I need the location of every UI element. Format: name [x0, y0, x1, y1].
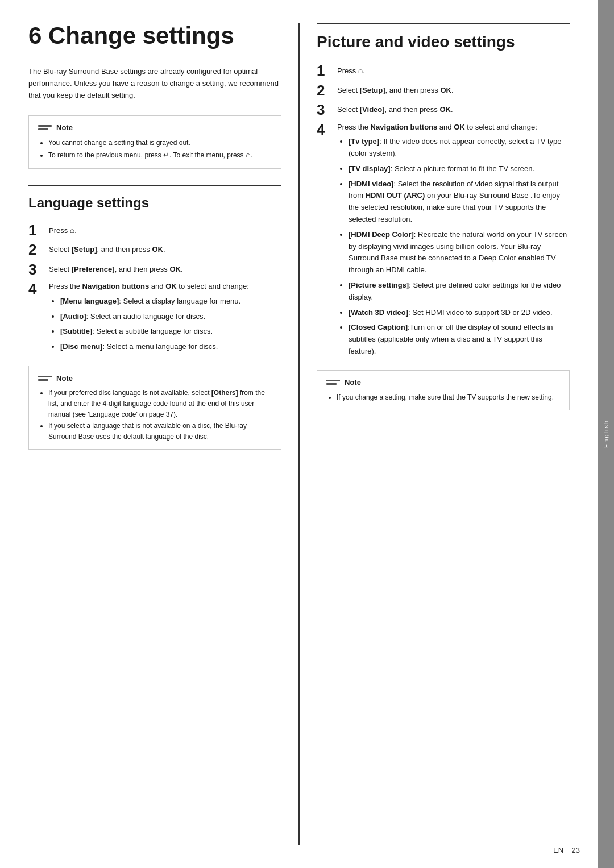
pv-step-3: 3 Select [Video], and then press OK. — [317, 102, 570, 118]
sub-item-picture-settings: [Picture settings]: Select pre defined c… — [349, 280, 570, 304]
sub-item-menu-language: [Menu language]: Select a display langua… — [60, 296, 249, 308]
note-icon-line — [38, 379, 48, 381]
step-number-2: 2 — [28, 242, 49, 258]
sub-item-disc-menu: [Disc menu]: Select a menu language for … — [60, 341, 249, 353]
pv-step-text-3: Select [Video], and then press OK. — [337, 102, 570, 115]
note-header-right: Note — [326, 377, 560, 388]
chapter-number: 6 — [28, 22, 42, 49]
note-item: You cannot change a setting that is gray… — [48, 138, 272, 148]
note-label-2: Note — [56, 374, 73, 383]
sub-item-tv-type: [Tv type]: If the video does not appear … — [349, 136, 570, 160]
step-4: 4 Press the Navigation buttons and OK to… — [28, 281, 281, 356]
note-icon-1 — [38, 123, 52, 133]
step-text-1: Press ⌂. — [49, 222, 281, 236]
note-item: If you select a language that is not ava… — [48, 421, 272, 442]
chapter-heading: 6 Change settings — [28, 23, 281, 49]
note-icon-line — [38, 376, 52, 377]
step-text-2: Select [Setup], and then press OK. — [49, 242, 281, 255]
pv-step-number-3: 3 — [317, 102, 337, 118]
sub-item-closed-caption: [Closed Caption]:Turn on or off the disp… — [349, 322, 570, 357]
picture-steps: 1 Press ⌂. 2 Select [Setup], and then pr… — [317, 63, 570, 361]
pv-step-number-1: 1 — [317, 63, 337, 79]
step-number-1: 1 — [28, 222, 49, 239]
footer-en: EN — [553, 846, 563, 854]
note-box-2: Note If your preferred disc language is … — [28, 366, 281, 450]
sub-item-hdmi-video: [HDMI video]: Select the resolution of v… — [349, 178, 570, 226]
note-icon-right — [326, 377, 340, 388]
side-tab-label: English — [603, 420, 609, 448]
note-box-right: Note If you change a setting, make sure … — [317, 370, 570, 410]
step-number-4: 4 — [28, 281, 49, 297]
note-label-right: Note — [345, 378, 361, 387]
pv-step-1: 1 Press ⌂. — [317, 63, 570, 79]
sub-item-audio: [Audio]: Select an audio language for di… — [60, 311, 249, 323]
sub-item-hdmi-deep-color: [HDMI Deep Color]: Recreate the natural … — [349, 229, 570, 276]
note-item: To return to the previous menu, press ↵.… — [48, 148, 272, 161]
sub-item-subtitle: [Subtitle]: Select a subtitle language f… — [60, 326, 249, 338]
step-text-3: Select [Preference], and then press OK. — [49, 261, 281, 275]
sub-item-watch-3d: [Watch 3D video]: Set HDMI video to supp… — [349, 307, 570, 319]
footer: EN 23 — [553, 846, 580, 854]
note-header-1: Note — [38, 123, 272, 133]
page-container: English 6 Change settings The Blu-ray Su… — [0, 0, 614, 868]
pv-step-text-2: Select [Setup], and then press OK. — [337, 82, 570, 96]
side-tab: English — [598, 0, 614, 868]
note-list-right: If you change a setting, make sure that … — [326, 392, 560, 403]
note-header-2: Note — [38, 373, 272, 383]
note-list-1: You cannot change a setting that is gray… — [38, 138, 272, 161]
language-sub-list: [Menu language]: Select a display langua… — [49, 296, 249, 353]
note-item-right: If you change a setting, make sure that … — [337, 392, 560, 403]
picture-video-heading: Picture and video settings — [317, 23, 570, 51]
footer-page: 23 — [572, 846, 580, 854]
chapter-title: Change settings — [48, 22, 234, 49]
note-icon-line — [326, 380, 340, 381]
pv-step-number-2: 2 — [317, 82, 337, 99]
note-icon-line — [38, 128, 48, 130]
step-number-3: 3 — [28, 261, 49, 278]
note-icon-line — [326, 383, 337, 385]
pv-step-number-4: 4 — [317, 122, 337, 138]
pv-step-text-1: Press ⌂. — [337, 63, 570, 77]
picture-sub-list: [Tv type]: If the video does not appear … — [337, 136, 570, 358]
note-list-2: If your preferred disc language is not a… — [38, 388, 272, 442]
note-item: If your preferred disc language is not a… — [48, 388, 272, 421]
note-icon-line — [38, 125, 52, 127]
pv-step-text-4: Press the Navigation buttons and OK to s… — [337, 122, 570, 361]
right-column: Picture and video settings 1 Press ⌂. 2 … — [300, 23, 570, 845]
pv-step-4: 4 Press the Navigation buttons and OK to… — [317, 122, 570, 361]
step-1: 1 Press ⌂. — [28, 222, 281, 239]
pv-step-2: 2 Select [Setup], and then press OK. — [317, 82, 570, 99]
step-text-4: Press the Navigation buttons and OK to s… — [49, 281, 249, 356]
main-content: 6 Change settings The Blu-ray Surround B… — [0, 0, 598, 868]
language-steps: 1 Press ⌂. 2 Select [Setup], and then pr… — [28, 222, 281, 356]
note-icon-2 — [38, 373, 52, 383]
step-2: 2 Select [Setup], and then press OK. — [28, 242, 281, 258]
sub-item-tv-display: [TV display]: Select a picture format to… — [349, 163, 570, 175]
note-label-1: Note — [56, 123, 73, 132]
left-column: 6 Change settings The Blu-ray Surround B… — [28, 23, 300, 845]
note-box-1: Note You cannot change a setting that is… — [28, 115, 281, 169]
language-section-heading: Language settings — [28, 185, 281, 211]
intro-text: The Blu-ray Surround Base settings are a… — [28, 66, 281, 101]
step-3: 3 Select [Preference], and then press OK… — [28, 261, 281, 278]
